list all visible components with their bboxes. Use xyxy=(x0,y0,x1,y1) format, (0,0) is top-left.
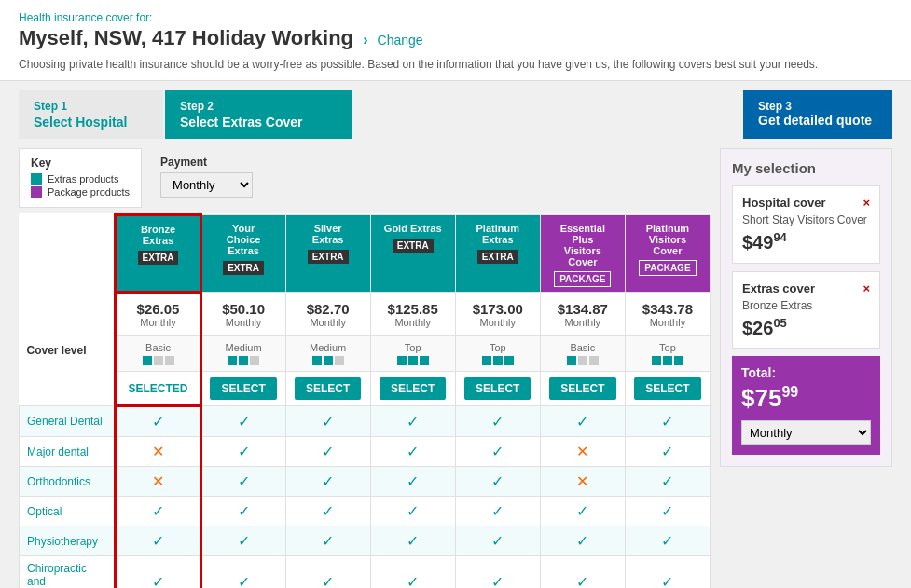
check-1-1: ✓ xyxy=(238,444,250,459)
check-4-0: ✓ xyxy=(152,533,164,549)
price-3: $125.85 xyxy=(375,301,451,317)
change-link[interactable]: Change xyxy=(378,33,423,48)
price-1: $50.10 xyxy=(206,301,282,317)
cover-level-4: Top xyxy=(460,342,536,353)
check-5-6: ✓ xyxy=(661,574,673,589)
select-btn-3[interactable]: SELECT xyxy=(380,377,446,400)
check-2-6: ✓ xyxy=(661,473,673,489)
check-5-2: ✓ xyxy=(322,574,334,589)
extras-color-swatch xyxy=(31,173,42,185)
extras-cover-close[interactable]: × xyxy=(863,281,870,295)
period-6: Monthly xyxy=(629,317,706,328)
col-name-6: PlatinumVisitorsCover xyxy=(629,223,706,256)
total-period-select[interactable]: Monthly Fortnightly Annually xyxy=(741,420,871,445)
title-arrow: › xyxy=(363,32,367,48)
check-1-4: ✓ xyxy=(491,444,504,459)
col-badge-6: PACKAGE xyxy=(639,260,696,276)
col-name-3: Gold Extras xyxy=(375,223,451,234)
comparison-table: BronzeExtras EXTRA YourChoiceExtras EXTR… xyxy=(19,213,711,588)
extras-cover-label: Extras cover xyxy=(742,281,815,295)
step3[interactable]: Step 3 Get detailed quote xyxy=(743,90,892,139)
col-header-1: YourChoiceExtras EXTRA xyxy=(200,215,285,293)
cover-level-0: Basic xyxy=(120,342,195,353)
total-box: Total: $7599 Monthly Fortnightly Annuall… xyxy=(732,356,880,455)
dot-6-0 xyxy=(652,356,661,365)
check-4-3: ✓ xyxy=(407,533,419,549)
step3-label: Get detailed quote xyxy=(758,113,877,128)
dot-1-1 xyxy=(239,356,248,365)
col-header-6: PlatinumVisitorsCover PACKAGE xyxy=(625,215,710,293)
check-0-3: ✓ xyxy=(407,414,419,430)
col-badge-3: EXTRA xyxy=(393,239,434,253)
feature-label-5: Chiropractic andosteopathy xyxy=(20,556,116,589)
col-badge-2: EXTRA xyxy=(308,250,349,264)
period-3: Monthly xyxy=(375,317,451,328)
header-description: Choosing private health insurance should… xyxy=(19,58,892,71)
cross-2-0: ✕ xyxy=(152,473,164,489)
dot-2-0 xyxy=(312,356,322,365)
dot-0-1 xyxy=(154,356,163,365)
extras-cover-box: Extras cover × Bronze Extras $2605 xyxy=(732,271,880,349)
feature-label-1: Major dental xyxy=(20,437,116,467)
hospital-cover-box: Hospital cover × Short Stay Visitors Cov… xyxy=(732,185,880,264)
hospital-price-cents: 94 xyxy=(773,230,786,244)
feature-label-4: Physiotherapy xyxy=(20,526,116,556)
check-3-6: ✓ xyxy=(661,503,673,519)
step1[interactable]: Step 1 Select Hospital xyxy=(19,90,163,139)
check-0-6: ✓ xyxy=(661,414,673,430)
check-2-1: ✓ xyxy=(238,473,250,489)
key-title: Key xyxy=(31,157,130,170)
select-btn-1[interactable]: SELECT xyxy=(210,377,276,400)
extras-price-cents: 05 xyxy=(773,316,786,330)
select-btn-5[interactable]: SELECT xyxy=(549,377,615,400)
dot-1-0 xyxy=(228,356,237,365)
select-btn-6[interactable]: SELECT xyxy=(634,377,700,400)
col-badge-1: EXTRA xyxy=(223,261,264,275)
check-3-3: ✓ xyxy=(407,503,419,519)
cover-level-1: Medium xyxy=(206,342,282,353)
key-package-item: Package products xyxy=(31,186,130,198)
check-1-6: ✓ xyxy=(661,444,673,459)
dot-4-1 xyxy=(493,356,503,365)
period-4: Monthly xyxy=(460,317,536,328)
dot-4-2 xyxy=(504,356,514,365)
feature-label-2: Orthodontics xyxy=(20,467,116,497)
check-3-0: ✓ xyxy=(152,503,164,519)
step3-number: Step 3 xyxy=(758,100,877,113)
hospital-price-dollars: $49 xyxy=(742,232,773,253)
step2[interactable]: Step 2 Select Extras Cover xyxy=(165,90,352,139)
check-3-2: ✓ xyxy=(322,503,334,519)
check-0-2: ✓ xyxy=(322,414,334,430)
select-btn-2[interactable]: SELECT xyxy=(295,377,361,400)
my-selection-title: My selection xyxy=(732,160,880,176)
dot-3-1 xyxy=(408,356,418,365)
check-4-5: ✓ xyxy=(576,533,588,549)
col-name-1: YourChoiceExtras xyxy=(206,223,282,256)
col-header-3: Gold Extras EXTRA xyxy=(370,215,455,293)
feature-row-chiro: Chiropractic andosteopathy ✓ ✓ ✓ ✓ ✓ ✓ ✓ xyxy=(20,556,711,589)
dot-0-0 xyxy=(143,356,152,365)
hospital-cover-close[interactable]: × xyxy=(863,196,870,210)
my-selection-panel: My selection Hospital cover × Short Stay… xyxy=(720,148,892,467)
col-name-2: SilverExtras xyxy=(290,223,366,245)
col-header-4: PlatinumExtras EXTRA xyxy=(455,215,540,293)
select-btn-4[interactable]: SELECT xyxy=(464,377,531,400)
key-section: Key Extras products Package products xyxy=(19,148,142,208)
total-label: Total: xyxy=(741,365,871,380)
extras-price-dollars: $26 xyxy=(742,317,773,337)
check-2-4: ✓ xyxy=(491,473,504,489)
hospital-cover-label: Hospital cover xyxy=(742,196,826,210)
feature-row-optical: Optical ✓ ✓ ✓ ✓ ✓ ✓ ✓ xyxy=(20,497,711,526)
col-badge-0: EXTRA xyxy=(138,251,179,265)
period-1: Monthly xyxy=(206,317,282,328)
dot-1-2 xyxy=(250,356,259,365)
feature-row-physio: Physiotherapy ✓ ✓ ✓ ✓ ✓ ✓ ✓ xyxy=(20,526,711,556)
check-4-2: ✓ xyxy=(322,533,334,549)
step2-label: Select Extras Cover xyxy=(180,115,337,130)
payment-select[interactable]: Monthly Fortnightly Annually xyxy=(160,172,253,198)
check-3-4: ✓ xyxy=(491,503,504,519)
check-0-1: ✓ xyxy=(238,414,250,430)
col-header-0: BronzeExtras EXTRA xyxy=(116,215,200,293)
total-price: $7599 xyxy=(741,384,871,413)
price-row: $26.05 Monthly $50.10 Monthly $82.70 Mon… xyxy=(20,293,711,336)
